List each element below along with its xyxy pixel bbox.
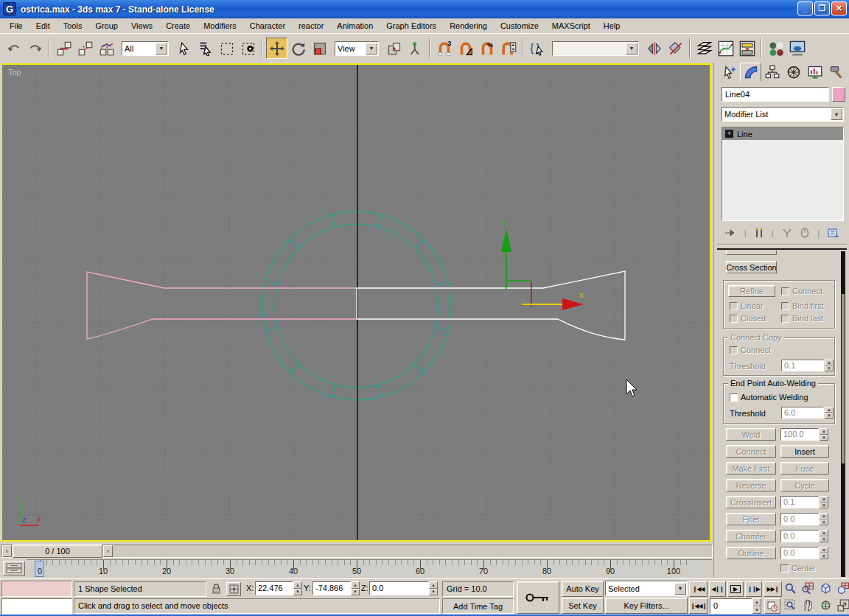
connect-copy-threshold-field[interactable]: 0.1 xyxy=(781,360,824,371)
key-mode-toggle-button[interactable]: ❙◀◀❙ xyxy=(689,598,708,614)
unlink-selection-icon[interactable] xyxy=(74,38,96,59)
go-to-start-button[interactable]: ❙◀◀ xyxy=(689,581,708,597)
maxscript-mini-listener-macro[interactable] xyxy=(1,581,72,597)
zoom-all-icon[interactable] xyxy=(800,581,816,596)
viewport-label[interactable]: Top xyxy=(8,68,21,77)
weld-button[interactable]: Weld xyxy=(726,428,776,441)
y-coord-spinner[interactable]: ▲▼ xyxy=(351,581,360,595)
snap-toggle-3d-icon[interactable]: 3 xyxy=(433,38,455,59)
spline-right-selected[interactable] xyxy=(357,271,625,340)
material-editor-icon[interactable] xyxy=(765,38,786,59)
chevron-down-icon[interactable]: ▼ xyxy=(366,43,377,55)
menu-graph-editors[interactable]: Graph Editors xyxy=(380,20,443,32)
center-checkbox[interactable]: Center xyxy=(780,564,816,573)
layer-manager-icon[interactable] xyxy=(693,38,715,59)
absolute-mode-toggle-icon[interactable] xyxy=(226,582,241,596)
select-and-link-icon[interactable] xyxy=(53,38,74,59)
reverse-button[interactable]: Reverse xyxy=(726,479,776,491)
select-and-rotate-icon[interactable] xyxy=(287,38,309,59)
time-configuration-icon[interactable] xyxy=(764,598,780,614)
selection-filter-dropdown[interactable]: All ▼ xyxy=(122,41,169,56)
rollout-scrollbar[interactable] xyxy=(841,251,845,577)
gizmo-y-arrow[interactable] xyxy=(501,228,511,252)
align-icon[interactable] xyxy=(665,38,686,59)
fillet-spinner[interactable]: ▲▼ xyxy=(820,513,828,525)
rollout-scrollbar-thumb[interactable] xyxy=(842,294,845,463)
menu-character[interactable]: Character xyxy=(243,20,292,32)
menu-modifiers[interactable]: Modifiers xyxy=(197,20,243,32)
object-color-swatch[interactable] xyxy=(832,87,845,102)
tab-modify-icon[interactable] xyxy=(740,63,761,82)
outline-spinner[interactable]: ▲▼ xyxy=(820,547,828,559)
menu-file[interactable]: File xyxy=(3,20,29,32)
play-button[interactable]: ▶ xyxy=(727,581,744,597)
use-pivot-center-icon[interactable] xyxy=(383,38,405,59)
selection-lock-icon[interactable] xyxy=(210,582,222,595)
select-and-manipulate-icon[interactable] xyxy=(405,38,426,59)
make-first-button[interactable]: Make First xyxy=(726,462,776,475)
named-selection-sets-dropdown[interactable]: ▼ xyxy=(552,41,639,56)
auto-key-button[interactable]: Auto Key xyxy=(562,581,604,597)
make-unique-icon[interactable] xyxy=(782,228,792,238)
zoom-icon[interactable] xyxy=(782,581,798,596)
crossinsert-spinner[interactable]: ▲▼ xyxy=(820,496,828,508)
add-time-tag[interactable]: Add Time Tag xyxy=(442,598,514,614)
schematic-view-icon[interactable] xyxy=(736,38,758,59)
z-coord-field[interactable]: 0.0 xyxy=(369,581,429,595)
tab-motion-icon[interactable] xyxy=(783,63,804,82)
object-name-field[interactable]: Line04 xyxy=(722,87,829,102)
select-and-move-icon[interactable] xyxy=(266,38,287,59)
closed-checkbox[interactable]: Closed xyxy=(730,314,766,323)
pin-stack-icon[interactable] xyxy=(724,228,736,238)
select-and-scale-icon[interactable] xyxy=(309,38,330,59)
fillet-button[interactable]: Fillet xyxy=(726,513,776,525)
cycle-button[interactable]: Cycle xyxy=(780,479,829,491)
next-frame-button[interactable]: ❙❙▶ xyxy=(745,581,762,597)
y-coord-field[interactable]: -74.866 xyxy=(312,581,351,595)
viewport-top[interactable]: y x y z x Top xyxy=(1,63,711,542)
key-filters-button[interactable]: Key Filters... xyxy=(605,598,688,614)
chamfer-button[interactable]: Chamfer xyxy=(726,530,776,542)
zoom-extents-all-icon[interactable] xyxy=(835,581,849,596)
menu-customize[interactable]: Customize xyxy=(494,20,545,32)
window-crossing-icon[interactable] xyxy=(237,38,259,59)
modifier-list-dropdown[interactable]: Modifier List ▼ xyxy=(722,107,844,122)
connect-copy-threshold-spinner[interactable]: ▲▼ xyxy=(825,360,834,371)
connect-copy-checkbox[interactable]: Connect xyxy=(730,346,771,354)
redo-icon[interactable] xyxy=(24,38,46,59)
time-slider-next-button[interactable]: › xyxy=(103,545,113,557)
render-scene-icon[interactable] xyxy=(786,38,808,59)
fuse-button[interactable]: Fuse xyxy=(780,462,829,475)
insert-button[interactable]: Insert xyxy=(780,445,829,458)
menu-group[interactable]: Group xyxy=(88,20,125,32)
tab-hierarchy-icon[interactable] xyxy=(761,63,783,82)
weld-spinner[interactable]: ▲▼ xyxy=(820,428,828,441)
outline-value-field[interactable]: 0.0 xyxy=(780,547,819,559)
tab-utilities-icon[interactable] xyxy=(825,63,847,82)
outline-button[interactable]: Outline xyxy=(726,547,776,559)
time-ruler[interactable]: 0 10 20 30 40 50 60 70 80 90 100 xyxy=(27,559,712,578)
rectangular-selection-region-icon[interactable] xyxy=(216,38,237,59)
expand-plus-icon[interactable]: + xyxy=(725,130,733,138)
maxscript-mini-listener[interactable] xyxy=(1,598,72,615)
x-coord-field[interactable]: 22.476 xyxy=(255,581,293,595)
go-to-end-button[interactable]: ▶▶❙ xyxy=(764,581,782,597)
weld-value-field[interactable]: 100.0 xyxy=(780,428,819,441)
connect-button[interactable]: Connect xyxy=(726,445,776,458)
current-frame-spinner[interactable]: ▲▼ xyxy=(752,598,761,614)
autoweld-threshold-spinner[interactable]: ▲▼ xyxy=(825,407,834,419)
gizmo-x-arrow[interactable] xyxy=(562,298,584,310)
percent-snap-icon[interactable]: % xyxy=(476,38,497,59)
arc-rotate-icon[interactable] xyxy=(817,598,834,613)
connect-checkbox[interactable]: Connect xyxy=(781,287,822,295)
reference-coordinate-system-dropdown[interactable]: View ▼ xyxy=(335,41,379,56)
restore-button[interactable]: ❐ xyxy=(814,1,830,15)
key-filter-set-dropdown[interactable]: Selected ▼ xyxy=(605,581,688,596)
modifier-stack[interactable]: + Line xyxy=(722,127,844,221)
chevron-down-icon[interactable]: ▼ xyxy=(156,43,167,55)
menu-create[interactable]: Create xyxy=(159,20,197,32)
mirror-icon[interactable] xyxy=(643,38,665,59)
tab-display-icon[interactable] xyxy=(804,63,825,82)
open-mini-curve-editor-icon[interactable] xyxy=(3,561,25,575)
menu-views[interactable]: Views xyxy=(125,20,159,32)
